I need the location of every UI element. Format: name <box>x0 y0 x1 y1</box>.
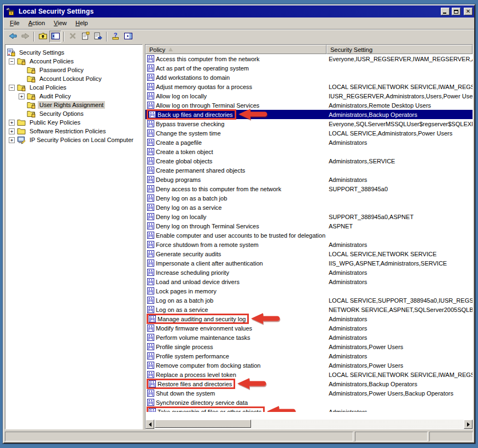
scroll-left-button[interactable] <box>145 420 154 429</box>
policy-row-allow-log-on-locally[interactable]: Allow log on locallyIUSR_REGSERVER,Admin… <box>145 91 473 101</box>
policy-row-lock-pages-in-memory[interactable]: Lock pages in memory <box>145 286 473 296</box>
policy-row-restore-files-and-directories[interactable]: Restore files and directoriesAdministrat… <box>145 379 473 388</box>
policy-icon <box>149 111 156 118</box>
tree-item-public-key-policies[interactable]: +Public Key Policies <box>5 118 142 127</box>
delete-button[interactable] <box>67 31 79 43</box>
policy-row-synchronize-directory-service-data[interactable]: Synchronize directory service data <box>145 398 473 407</box>
help-button[interactable]: ? <box>109 31 121 43</box>
tree-item-ip-security-policies-on-local-computer[interactable]: +IP Security Policies on Local Computer <box>5 135 142 144</box>
policy-row-add-workstations-to-domain[interactable]: Add workstations to domain <box>145 73 473 82</box>
policy-row-log-on-as-a-batch-job[interactable]: Log on as a batch jobLOCAL SERVICE,SUPPO… <box>145 296 473 305</box>
policy-row-access-this-computer-from-the-network[interactable]: Access this computer from the networkEve… <box>145 54 473 63</box>
policy-name: Add workstations to domain <box>156 74 230 81</box>
expand-plus-icon[interactable]: + <box>19 93 25 99</box>
policy-row-generate-security-audits[interactable]: Generate security auditsLOCAL SERVICE,NE… <box>145 249 473 258</box>
policy-row-bypass-traverse-checking[interactable]: Bypass traverse checkingEveryone,SQLServ… <box>145 119 473 128</box>
app-icon <box>5 7 14 16</box>
tree-item-audit-policy[interactable]: +Audit Policy <box>5 92 142 101</box>
minimize-button[interactable] <box>441 8 450 15</box>
policy-row-take-ownership-of-files-or-other-objects[interactable]: Take ownership of files or other objects… <box>145 407 473 412</box>
policy-row-modify-firmware-environment-values[interactable]: Modify firmware environment valuesAdmini… <box>145 323 473 333</box>
policy-icon <box>147 157 154 164</box>
policy-row-create-a-token-object[interactable]: Create a token object <box>145 147 473 156</box>
policy-label-group: Impersonate a client after authenticatio… <box>147 260 265 267</box>
show-hide-console-tree-icon <box>51 32 60 42</box>
tree-item-security-options[interactable]: Security Options <box>5 109 142 118</box>
policy-row-replace-a-process-level-token[interactable]: Replace a process level tokenLOCAL SERVI… <box>145 370 473 379</box>
policy-row-act-as-part-of-the-operating-system[interactable]: Act as part of the operating system <box>145 63 473 73</box>
show-hide-action-pane-button[interactable] <box>122 31 134 43</box>
back-button[interactable] <box>7 31 19 43</box>
maximize-icon <box>454 10 458 14</box>
policy-row-load-and-unload-device-drivers[interactable]: Load and unload device driversAdministra… <box>145 277 473 286</box>
policy-row-change-the-system-time[interactable]: Change the system timeLOCAL SERVICE,Admi… <box>145 128 473 138</box>
policy-icon <box>147 167 154 174</box>
maximize-button[interactable] <box>452 8 460 15</box>
menu-file[interactable]: File <box>6 19 24 28</box>
policy-row-manage-auditing-and-security-log[interactable]: Manage auditing and security logAdminist… <box>145 314 473 323</box>
up-one-level-button[interactable] <box>37 31 49 43</box>
expand-plus-icon[interactable]: + <box>9 120 15 126</box>
policy-label-group: Create global objects <box>147 157 214 164</box>
console-tree-pane[interactable]: Security Settings−Account PoliciesPasswo… <box>5 44 143 429</box>
collapse-minus-icon[interactable]: − <box>9 85 15 91</box>
menu-view[interactable]: View <box>50 19 71 28</box>
policy-row-create-global-objects[interactable]: Create global objectsAdministrators,SERV… <box>145 156 473 166</box>
column-header-policy[interactable]: Policy <box>145 45 327 54</box>
policy-row-create-permanent-shared-objects[interactable]: Create permanent shared objects <box>145 166 473 175</box>
delete-icon <box>68 32 77 42</box>
forward-icon <box>21 32 30 42</box>
policy-row-back-up-files-and-directories[interactable]: Back up files and directoriesAdministrat… <box>145 110 473 119</box>
policy-row-log-on-as-a-service[interactable]: Log on as a serviceNETWORK SERVICE,ASPNE… <box>145 305 473 314</box>
policy-row-deny-access-to-this-computer-from-the-network[interactable]: Deny access to this computer from the ne… <box>145 184 473 193</box>
menu-action[interactable]: Action <box>25 19 49 28</box>
policy-row-enable-computer-and-user-accounts-to-be-trusted-for-delegation[interactable]: Enable computer and user accounts to be … <box>145 231 473 240</box>
security-setting-cell: LOCAL SERVICE,NETWORK SERVICE,IWAM_REGSE… <box>327 372 473 378</box>
scroll-right-button[interactable] <box>464 420 473 429</box>
tree-item-user-rights-assignment[interactable]: User Rights Assignment <box>5 101 142 109</box>
tree-item-account-policies[interactable]: −Account Policies <box>5 57 142 66</box>
policy-row-debug-programs[interactable]: Debug programsAdministrators <box>145 175 473 184</box>
policy-row-shut-down-the-system[interactable]: Shut down the systemAdministrators,Power… <box>145 388 473 398</box>
policy-row-adjust-memory-quotas-for-a-process[interactable]: Adjust memory quotas for a processLOCAL … <box>145 82 473 91</box>
policy-row-perform-volume-maintenance-tasks[interactable]: Perform volume maintenance tasksAdminist… <box>145 333 473 342</box>
annotation-highlight-box: Restore files and directories <box>147 379 235 389</box>
policy-row-deny-log-on-through-terminal-services[interactable]: Deny log on through Terminal ServicesASP… <box>145 221 473 231</box>
forward-button[interactable] <box>19 31 31 43</box>
menu-help[interactable]: Help <box>72 19 92 28</box>
status-bar <box>4 431 474 443</box>
policy-row-profile-single-process[interactable]: Profile single processAdministrators,Pow… <box>145 342 473 351</box>
tree-item-password-policy[interactable]: Password Policy <box>5 66 142 74</box>
policy-row-remove-computer-from-docking-station[interactable]: Remove computer from docking stationAdmi… <box>145 361 473 370</box>
policy-row-deny-log-on-as-a-service[interactable]: Deny log on as a service <box>145 203 473 212</box>
policy-name: Impersonate a client after authenticatio… <box>156 260 263 267</box>
policy-name: Log on as a service <box>156 306 208 313</box>
scrollbar-track[interactable] <box>154 420 464 429</box>
tree-item-local-policies[interactable]: −Local Policies <box>5 83 142 92</box>
help-icon: ? <box>111 32 120 42</box>
close-button[interactable]: ✕ <box>464 8 473 15</box>
tree-item-software-restriction-policies[interactable]: +Software Restriction Policies <box>5 127 142 135</box>
properties-button[interactable] <box>79 31 91 43</box>
scrollbar-thumb[interactable] <box>155 420 251 428</box>
expand-plus-icon[interactable]: + <box>9 128 15 134</box>
policy-icon <box>147 297 154 304</box>
policy-label-group: Debug programs <box>147 176 202 183</box>
collapse-minus-icon[interactable]: − <box>9 58 15 64</box>
policy-row-deny-log-on-locally[interactable]: Deny log on locallySUPPORT_388945a0,ASPN… <box>145 212 473 221</box>
policy-row-create-a-pagefile[interactable]: Create a pagefileAdministrators <box>145 138 473 147</box>
policy-label-group: Act as part of the operating system <box>147 64 250 72</box>
tree-item-security-settings[interactable]: Security Settings <box>5 48 142 57</box>
export-list-button[interactable] <box>92 31 104 43</box>
policy-row-allow-log-on-through-terminal-services[interactable]: Allow log on through Terminal ServicesAd… <box>145 101 473 110</box>
policy-row-deny-log-on-as-a-batch-job[interactable]: Deny log on as a batch job <box>145 193 473 203</box>
expand-plus-icon[interactable]: + <box>9 137 15 143</box>
policy-row-profile-system-performance[interactable]: Profile system performanceAdministrators <box>145 351 473 361</box>
tree-item-account-lockout-policy[interactable]: Account Lockout Policy <box>5 74 142 83</box>
policy-row-impersonate-a-client-after-authentication[interactable]: Impersonate a client after authenticatio… <box>145 258 473 268</box>
show-hide-console-tree-button[interactable] <box>49 31 61 43</box>
policy-row-force-shutdown-from-a-remote-system[interactable]: Force shutdown from a remote systemAdmin… <box>145 240 473 249</box>
annotation-highlight-box: Take ownership of files or other objects <box>147 406 265 412</box>
column-header-security-setting[interactable]: Security Setting <box>327 45 473 54</box>
policy-row-increase-scheduling-priority[interactable]: Increase scheduling priorityAdministrato… <box>145 268 473 277</box>
